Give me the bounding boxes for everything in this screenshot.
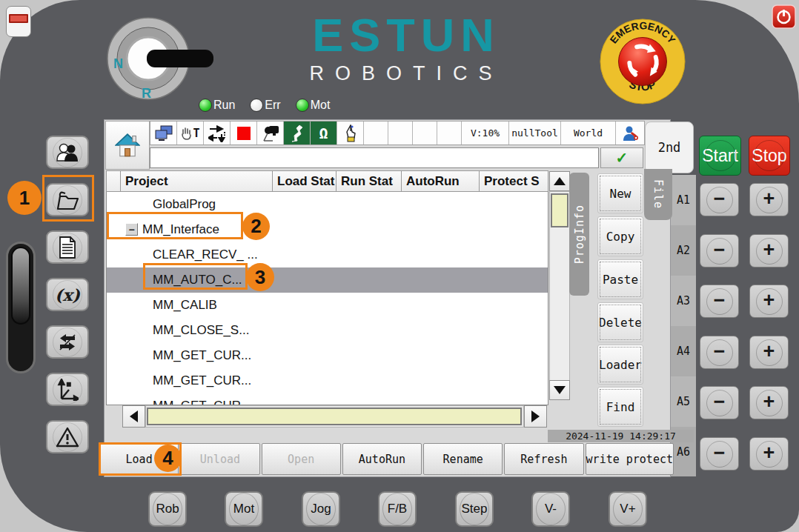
stop-tool-button[interactable] bbox=[231, 122, 257, 144]
header-run-state[interactable]: Run Stat bbox=[336, 170, 402, 192]
eject-button[interactable] bbox=[6, 6, 31, 37]
command-input[interactable] bbox=[150, 147, 599, 168]
scroll-left-button[interactable] bbox=[122, 405, 145, 428]
bottom-button-bar: Load Unload Open AutoRun Rename Refresh … bbox=[99, 443, 674, 475]
copy-button[interactable]: Copy bbox=[597, 216, 643, 256]
alarm-log-button[interactable] bbox=[46, 420, 89, 453]
scroll-down-button[interactable] bbox=[549, 380, 570, 400]
brand-logo-sub: ROBOTICS bbox=[280, 62, 532, 84]
jog-wheel-handle[interactable] bbox=[6, 242, 36, 373]
a4-plus-button[interactable]: + bbox=[749, 336, 789, 369]
mot-led-label: Mot bbox=[311, 99, 331, 112]
motor-tool-button[interactable] bbox=[257, 122, 284, 144]
autorun-button[interactable]: AutoRun bbox=[342, 443, 422, 475]
hand-teach-button[interactable]: T bbox=[177, 122, 204, 144]
project-table-header: Project Load Stat Run Stat AutoRun Prote… bbox=[106, 170, 548, 192]
a1-minus-button[interactable]: − bbox=[700, 183, 739, 216]
user-login-button[interactable] bbox=[46, 136, 89, 169]
monitor-tool-button[interactable] bbox=[150, 122, 177, 144]
confirm-button[interactable]: ✓ bbox=[600, 147, 643, 168]
a2-plus-button[interactable]: + bbox=[749, 234, 789, 267]
err-led-label: Err bbox=[265, 99, 280, 112]
a6-minus-button[interactable]: − bbox=[700, 437, 739, 471]
users-icon bbox=[56, 143, 79, 162]
tree-row-mm-get-cur-2[interactable]: MM_GET_CUR... bbox=[107, 368, 548, 393]
variables-button[interactable]: (x) bbox=[46, 278, 89, 311]
jog-wheel-inner bbox=[11, 247, 30, 325]
unload-button[interactable]: Unload bbox=[180, 443, 259, 475]
converge-arrows-button[interactable] bbox=[204, 122, 231, 144]
mode-key-switch[interactable]: N R bbox=[106, 16, 217, 101]
status-leds: Run Err Mot bbox=[199, 99, 330, 112]
a3-minus-button[interactable]: − bbox=[700, 285, 739, 318]
paste-button[interactable]: Paste bbox=[597, 259, 643, 299]
brand-logo: ESTUN bbox=[280, 10, 532, 59]
stop-button[interactable]: Stop bbox=[749, 136, 790, 176]
second-function-label: 2nd bbox=[658, 140, 681, 155]
header-project[interactable]: Project bbox=[121, 170, 273, 192]
toolbar-empty-cell bbox=[364, 122, 388, 144]
start-button[interactable]: Start bbox=[699, 136, 741, 176]
refresh-button[interactable]: Refresh bbox=[504, 443, 583, 475]
v-plus-key[interactable]: V+ bbox=[609, 491, 647, 527]
a5-plus-button[interactable]: + bbox=[749, 386, 789, 419]
io-button[interactable] bbox=[46, 325, 89, 359]
annotation-box-step3 bbox=[143, 263, 248, 290]
converge-arrows-icon bbox=[208, 124, 226, 142]
new-button[interactable]: New bbox=[597, 173, 643, 213]
header-autorun[interactable]: AutoRun bbox=[402, 170, 480, 192]
loader-button[interactable]: Loader bbox=[597, 345, 643, 385]
vertical-scroll-thumb[interactable] bbox=[551, 193, 568, 227]
step-key[interactable]: Step bbox=[455, 491, 494, 527]
key-pos-n: N bbox=[113, 56, 123, 71]
mot-key[interactable]: Mot bbox=[225, 491, 263, 527]
warning-icon bbox=[56, 427, 79, 448]
a6-plus-button[interactable]: + bbox=[749, 437, 789, 471]
home-button[interactable] bbox=[105, 121, 150, 170]
rob-key[interactable]: Rob bbox=[148, 491, 187, 527]
a2-minus-button[interactable]: − bbox=[700, 234, 739, 267]
arch-tool-button[interactable]: Ω bbox=[311, 122, 337, 144]
point-hand-button[interactable] bbox=[337, 122, 364, 144]
tree-row-mm-calib[interactable]: MM_CALIB bbox=[107, 293, 548, 318]
a1-plus-button[interactable]: + bbox=[749, 183, 789, 216]
tab-proginfo[interactable]: ProgInfo bbox=[569, 173, 589, 296]
velocity-indicator[interactable]: V:10% bbox=[462, 122, 509, 144]
tree-row-mm-get-cur-3-clipped[interactable]: MM_GET_CUR bbox=[107, 393, 548, 405]
variable-icon: (x) bbox=[55, 285, 80, 305]
robot-tool-button[interactable] bbox=[284, 122, 311, 144]
horizontal-scroll-thumb[interactable] bbox=[147, 408, 522, 425]
scroll-right-button[interactable] bbox=[524, 405, 547, 428]
open-button[interactable]: Open bbox=[262, 443, 341, 475]
rename-button[interactable]: Rename bbox=[423, 443, 503, 475]
axis-label-a3: A3 bbox=[671, 276, 696, 326]
second-function-tab[interactable]: 2nd bbox=[645, 122, 694, 173]
monitor-icon bbox=[154, 125, 173, 142]
frame-indicator[interactable]: World bbox=[561, 122, 616, 144]
a5-minus-button[interactable]: − bbox=[700, 386, 739, 419]
a3-plus-button[interactable]: + bbox=[749, 285, 789, 318]
jog-key[interactable]: Jog bbox=[302, 491, 340, 527]
scroll-up-button[interactable] bbox=[549, 171, 570, 191]
tree-row-mm-get-cur-1[interactable]: MM_GET_CUR... bbox=[107, 343, 548, 368]
tab-file[interactable]: File bbox=[644, 169, 672, 220]
delete-button[interactable]: Delete bbox=[597, 302, 643, 342]
annotation-box-step2 bbox=[107, 212, 243, 239]
fb-key[interactable]: F/B bbox=[378, 491, 417, 527]
v-minus-key[interactable]: V- bbox=[531, 491, 570, 527]
power-button[interactable] bbox=[772, 4, 796, 29]
a4-minus-button[interactable]: − bbox=[700, 336, 739, 369]
user-settings-button[interactable] bbox=[616, 122, 644, 144]
eject-icon bbox=[9, 14, 28, 23]
tree-row-mm-close-s[interactable]: MM_CLOSE_S... bbox=[107, 318, 548, 343]
write-protect-button[interactable]: write protect bbox=[586, 443, 674, 475]
header-load-state[interactable]: Load Stat bbox=[273, 170, 336, 192]
mot-led bbox=[296, 99, 309, 112]
coordinate-frame-button[interactable] bbox=[46, 373, 89, 406]
header-blank-cell bbox=[106, 170, 121, 192]
program-editor-button[interactable] bbox=[46, 230, 89, 264]
header-protect-state[interactable]: Protect S bbox=[480, 170, 548, 192]
tool-indicator[interactable]: nullTool bbox=[509, 122, 561, 144]
emergency-stop-button[interactable]: EMERGENCY STOP bbox=[599, 18, 686, 105]
find-button[interactable]: Find bbox=[597, 387, 643, 427]
